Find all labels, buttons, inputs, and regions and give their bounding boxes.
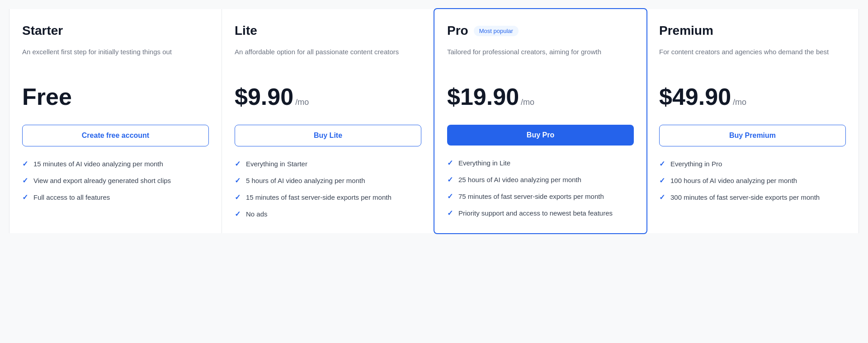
feature-item-starter-1: ✓View and export already generated short…: [22, 176, 209, 185]
plan-title-starter: Starter: [22, 23, 63, 38]
feature-item-pro-2: ✓75 minutes of fast server-side exports …: [447, 192, 634, 201]
plan-title-lite: Lite: [235, 23, 257, 38]
plan-title-pro: Pro: [447, 23, 468, 38]
features-list-lite: ✓Everything in Starter✓5 hours of AI vid…: [235, 159, 421, 219]
check-icon-pro-1: ✓: [447, 175, 453, 184]
feature-item-starter-2: ✓Full access to all features: [22, 193, 209, 202]
feature-text-lite-0: Everything in Starter: [246, 159, 307, 169]
feature-item-lite-0: ✓Everything in Starter: [235, 159, 421, 169]
features-list-pro: ✓Everything in Lite✓25 hours of AI video…: [447, 158, 634, 218]
feature-text-premium-1: 100 hours of AI video analyzing per mont…: [670, 176, 797, 185]
plan-card-lite: LiteAn affordable option for all passion…: [222, 9, 434, 233]
plan-description-lite: An affordable option for all passionate …: [235, 47, 421, 74]
plan-header-starter: Starter: [22, 23, 209, 42]
feature-item-premium-0: ✓Everything in Pro: [659, 159, 846, 169]
feature-text-pro-3: Priority support and access to newest be…: [458, 208, 613, 218]
plan-header-pro: ProMost popular: [447, 23, 634, 42]
plan-button-premium[interactable]: Buy Premium: [659, 125, 846, 146]
check-icon-starter-2: ✓: [22, 193, 28, 202]
plan-title-row-premium: Premium: [659, 23, 846, 38]
feature-text-pro-2: 75 minutes of fast server-side exports p…: [458, 192, 604, 201]
feature-item-lite-3: ✓No ads: [235, 209, 421, 219]
plan-title-row-starter: Starter: [22, 23, 209, 38]
check-icon-pro-2: ✓: [447, 192, 453, 201]
check-icon-starter-1: ✓: [22, 176, 28, 185]
feature-item-pro-1: ✓25 hours of AI video analyzing per mont…: [447, 175, 634, 184]
feature-text-starter-0: 15 minutes of AI video analyzing per mon…: [33, 159, 163, 169]
check-icon-lite-1: ✓: [235, 176, 241, 185]
plan-header-lite: Lite: [235, 23, 421, 42]
plan-title-premium: Premium: [659, 23, 713, 38]
plan-card-starter: StarterAn excellent first step for initi…: [9, 9, 222, 233]
plan-title-row-pro: ProMost popular: [447, 23, 634, 38]
feature-text-lite-2: 15 minutes of fast server-side exports p…: [246, 193, 392, 202]
feature-text-pro-1: 25 hours of AI video analyzing per month: [458, 175, 581, 184]
price-period-premium: /mo: [733, 98, 746, 107]
pricing-container: StarterAn excellent first step for initi…: [0, 9, 868, 233]
check-icon-pro-3: ✓: [447, 209, 453, 217]
plan-button-pro[interactable]: Buy Pro: [447, 125, 634, 146]
feature-item-lite-1: ✓5 hours of AI video analyzing per month: [235, 176, 421, 185]
check-icon-premium-2: ✓: [659, 193, 665, 202]
price-period-pro: /mo: [521, 98, 534, 107]
plan-price-starter: Free: [22, 85, 209, 112]
feature-text-premium-2: 300 minutes of fast server-side exports …: [670, 193, 820, 202]
feature-item-premium-1: ✓100 hours of AI video analyzing per mon…: [659, 176, 846, 185]
check-icon-lite-3: ✓: [235, 210, 241, 218]
check-icon-lite-0: ✓: [235, 160, 241, 168]
price-amount-lite: $9.90: [235, 85, 293, 108]
plan-description-pro: Tailored for professional creators, aimi…: [447, 47, 634, 74]
plan-title-row-lite: Lite: [235, 23, 421, 38]
plan-button-starter[interactable]: Create free account: [22, 125, 209, 146]
price-period-lite: /mo: [295, 98, 309, 107]
feature-text-lite-3: No ads: [246, 209, 268, 219]
most-popular-badge-pro: Most popular: [474, 26, 519, 36]
check-icon-lite-2: ✓: [235, 193, 241, 202]
plan-card-premium: PremiumFor content creators and agencies…: [646, 9, 859, 233]
feature-item-pro-3: ✓Priority support and access to newest b…: [447, 208, 634, 218]
price-amount-premium: $49.90: [659, 85, 731, 108]
feature-text-starter-1: View and export already generated short …: [33, 176, 171, 185]
check-icon-starter-0: ✓: [22, 160, 28, 168]
plan-description-starter: An excellent first step for initially te…: [22, 47, 209, 74]
check-icon-premium-1: ✓: [659, 176, 665, 185]
feature-text-premium-0: Everything in Pro: [670, 159, 722, 169]
feature-item-pro-0: ✓Everything in Lite: [447, 158, 634, 168]
price-free-starter: Free: [22, 85, 72, 108]
plan-price-premium: $49.90/mo: [659, 85, 846, 112]
feature-text-lite-1: 5 hours of AI video analyzing per month: [246, 176, 365, 185]
plan-button-lite[interactable]: Buy Lite: [235, 125, 421, 146]
features-list-starter: ✓15 minutes of AI video analyzing per mo…: [22, 159, 209, 202]
check-icon-premium-0: ✓: [659, 160, 665, 168]
plan-price-lite: $9.90/mo: [235, 85, 421, 112]
price-amount-pro: $19.90: [447, 85, 519, 108]
feature-text-pro-0: Everything in Lite: [458, 158, 510, 168]
feature-text-starter-2: Full access to all features: [33, 193, 110, 202]
check-icon-pro-0: ✓: [447, 159, 453, 167]
feature-item-starter-0: ✓15 minutes of AI video analyzing per mo…: [22, 159, 209, 169]
plan-header-premium: Premium: [659, 23, 846, 42]
feature-item-premium-2: ✓300 minutes of fast server-side exports…: [659, 193, 846, 202]
plan-card-pro: ProMost popularTailored for professional…: [434, 8, 647, 234]
plan-price-pro: $19.90/mo: [447, 85, 634, 112]
plan-description-premium: For content creators and agencies who de…: [659, 47, 846, 74]
features-list-premium: ✓Everything in Pro✓100 hours of AI video…: [659, 159, 846, 202]
feature-item-lite-2: ✓15 minutes of fast server-side exports …: [235, 193, 421, 202]
